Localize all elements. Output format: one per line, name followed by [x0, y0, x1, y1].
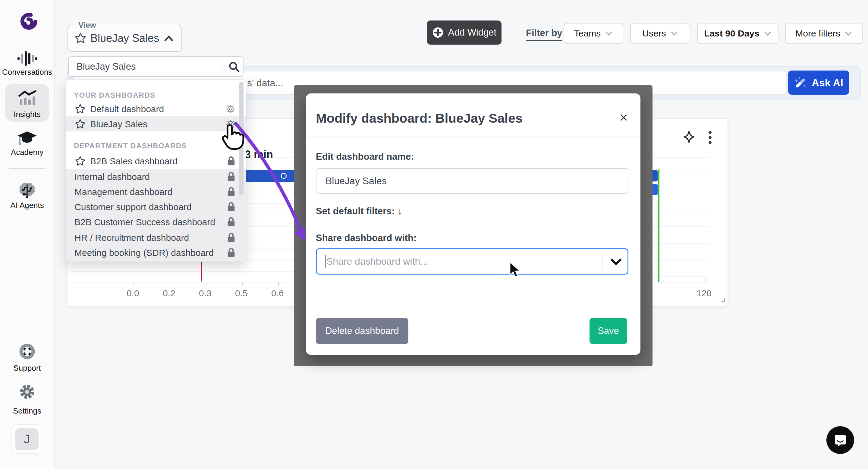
sidebar-item-ai-agents[interactable]: AI Agents	[0, 181, 54, 211]
dashboard-search-value: BlueJay Sales	[76, 61, 135, 72]
menu-item-customer-support-dashboard[interactable]: Customer support dashboard	[66, 199, 246, 214]
academy-icon	[16, 131, 38, 148]
widget-card-right: 120	[646, 118, 728, 307]
menu-item-b2b-customer-success-dashboard[interactable]: B2B Customer Success dashboard	[66, 214, 246, 229]
chevron-up-icon	[163, 35, 174, 42]
search-icon[interactable]	[228, 61, 241, 73]
ask-ai-button[interactable]: Ask AI	[788, 70, 849, 95]
more-filters-label: More filters	[795, 28, 840, 39]
chevron-down-icon[interactable]	[610, 258, 622, 265]
select-divider	[602, 253, 602, 270]
close-icon[interactable]: ×	[619, 109, 628, 126]
chat-bubble-icon	[833, 433, 847, 447]
dashboard-name-label: Edit dashboard name:	[316, 151, 414, 162]
dashboard-dropdown-panel: YOUR DASHBOARDS Default dashboard BlueJa…	[66, 79, 246, 262]
chevron-down-icon	[764, 31, 772, 36]
x-tick: 0.2	[163, 288, 176, 299]
lock-icon	[226, 201, 236, 212]
menu-item-hr-recruitment-dashboard[interactable]: HR / Recruitment dashboard	[66, 230, 246, 245]
menu-item-b2b-sales-dashboard[interactable]: B2B Sales dashboard	[66, 153, 246, 168]
chat-launcher-button[interactable]	[827, 426, 854, 454]
sidebar: Conversations Insights	[0, 0, 55, 469]
dropdown-section-department-dashboards: DEPARTMENT DASHBOARDS	[74, 142, 187, 150]
chevron-down-icon	[670, 31, 678, 36]
x-tick: 0.5	[235, 288, 248, 299]
default-filters-label[interactable]: Set default filters: ↓	[316, 206, 402, 217]
sidebar-item-conversations[interactable]: Conversations	[0, 48, 54, 79]
sidebar-item-settings[interactable]: Settings	[0, 380, 54, 415]
modify-dashboard-modal: Modify dashboard: BlueJay Sales × Edit d…	[306, 93, 641, 355]
resize-handle-icon[interactable]	[721, 298, 725, 303]
menu-item-default-dashboard[interactable]: Default dashboard	[66, 101, 246, 116]
settings-gear-icon	[18, 383, 36, 401]
menu-item-meeting-booking-sdr-dashboard[interactable]: Meeting booking (SDR) dashboard	[66, 245, 246, 260]
hand-cursor-icon	[219, 123, 247, 152]
star-icon[interactable]	[74, 103, 86, 115]
x-tick: 120	[696, 288, 712, 299]
sidebar-item-insights[interactable]: Insights	[5, 84, 50, 122]
dashboard-search-input[interactable]: BlueJay Sales	[68, 56, 244, 77]
menu-item-management-dashboard[interactable]: Management dashboard	[66, 184, 246, 199]
lock-icon	[226, 187, 236, 197]
sidebar-item-academy[interactable]: Academy	[0, 130, 54, 159]
modal-header-divider	[306, 136, 641, 137]
ask-ai-placeholder-fragment: s' data...	[247, 77, 283, 89]
x-axis-line	[647, 282, 710, 282]
ai-sparkle-icon[interactable]	[682, 130, 696, 144]
lock-icon	[226, 217, 236, 227]
add-widget-button[interactable]: Add Widget	[427, 21, 501, 44]
gear-icon[interactable]	[225, 104, 236, 115]
app-root: Conversations Insights	[0, 0, 868, 469]
date-range-filter-dropdown[interactable]: Last 90 Days	[697, 23, 778, 44]
share-with-label: Share dashboard with:	[316, 233, 416, 244]
x-tick: 0.6	[271, 288, 284, 299]
users-filter-label: Users	[642, 28, 666, 39]
support-icon	[18, 342, 36, 361]
lock-icon	[226, 247, 236, 258]
text-caret	[325, 255, 326, 268]
date-range-label: Last 90 Days	[704, 28, 759, 39]
filter-by-link[interactable]: Filter by	[526, 28, 562, 41]
chart-marker-line-green	[658, 169, 659, 282]
mouse-cursor-icon	[509, 262, 523, 279]
more-filters-dropdown[interactable]: More filters	[785, 23, 863, 44]
avatar-initial: J	[15, 428, 38, 450]
view-legend: View	[75, 21, 99, 30]
sidebar-item-support[interactable]: Support	[0, 340, 54, 373]
users-filter-dropdown[interactable]: Users	[630, 23, 690, 44]
user-avatar[interactable]: J	[11, 425, 42, 454]
menu-item-internal-dashboard[interactable]: Internal dashboard	[66, 169, 246, 184]
kebab-menu-icon[interactable]	[708, 130, 712, 145]
chart-bar-label: O	[280, 171, 287, 181]
view-selected-label: BlueJay Sales	[90, 32, 159, 44]
modal-title: Modify dashboard: BlueJay Sales	[316, 111, 523, 126]
company-logo[interactable]	[16, 10, 39, 34]
insights-icon	[18, 90, 37, 106]
lock-icon	[226, 171, 236, 182]
dashboard-name-value: BlueJay Sales	[326, 176, 387, 187]
star-icon[interactable]	[74, 119, 86, 130]
plus-circle-icon	[432, 27, 444, 39]
view-selector[interactable]: View BlueJay Sales	[67, 25, 182, 52]
ai-agents-icon	[18, 182, 37, 199]
dropdown-section-your-dashboards: YOUR DASHBOARDS	[74, 91, 156, 99]
conversations-icon	[17, 51, 37, 66]
sidebar-divider	[9, 168, 45, 169]
add-widget-label: Add Widget	[448, 27, 496, 38]
magic-wand-icon	[794, 76, 807, 89]
x-tick: 0.0	[127, 288, 139, 299]
star-icon[interactable]	[74, 156, 86, 167]
share-with-placeholder: Share dashboard with...	[327, 256, 428, 267]
delete-dashboard-button[interactable]: Delete dashboard	[316, 318, 408, 344]
teams-filter-dropdown[interactable]: Teams	[564, 23, 623, 44]
lock-icon	[226, 156, 236, 166]
share-with-select[interactable]: Share dashboard with...	[316, 248, 628, 275]
ask-ai-button-label: Ask AI	[812, 77, 843, 89]
x-tick: 0.3	[199, 288, 212, 299]
save-button[interactable]: Save	[590, 318, 627, 344]
dashboard-name-input[interactable]: BlueJay Sales	[316, 168, 628, 194]
search-divider	[222, 60, 222, 73]
chevron-down-icon	[605, 31, 613, 36]
menu-item-bluejay-sales[interactable]: BlueJay Sales	[66, 116, 246, 131]
star-icon	[74, 32, 87, 44]
